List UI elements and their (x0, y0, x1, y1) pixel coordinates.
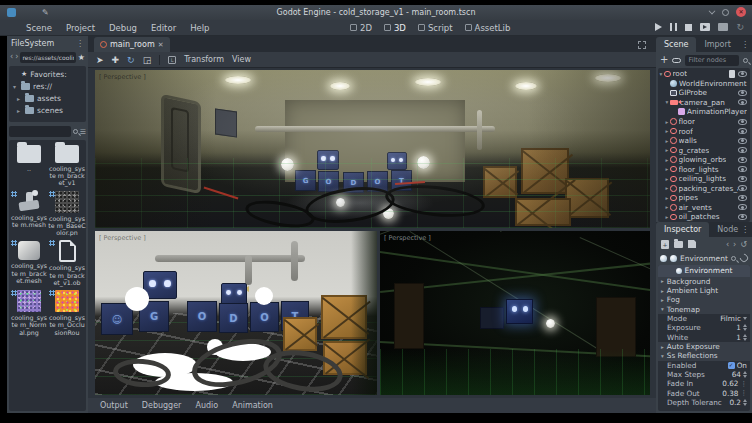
tab-scene[interactable]: Scene (656, 37, 696, 52)
distraction-free-icon[interactable] (638, 41, 646, 49)
exposure-spinbox[interactable]: 1 (736, 323, 750, 332)
mode-assetlib-button[interactable]: AssetLib (465, 23, 511, 33)
menu-help[interactable]: Help (190, 23, 209, 33)
animation-button[interactable]: Animation (232, 401, 273, 410)
view-menu[interactable]: View (232, 55, 251, 64)
tab-inspector[interactable]: Inspector (656, 222, 709, 237)
tree-node[interactable]: ▸ceiling_lights (658, 174, 750, 184)
tree-node[interactable]: ▸packing_crates_and_ (658, 184, 750, 194)
tree-node[interactable]: ▸roof (658, 126, 750, 136)
slider-grabber-icon[interactable]: ⋮ (741, 380, 748, 388)
white-spinbox[interactable]: 1 (736, 333, 750, 342)
section-auto-exposure[interactable]: ▸Auto Exposure (658, 342, 750, 351)
new-resource-icon[interactable]: + (661, 240, 669, 249)
visibility-eye-icon[interactable] (738, 204, 747, 210)
file-item-texture[interactable]: cooling_syste m_BaseColor.pn (48, 190, 86, 237)
stop-icon[interactable] (685, 24, 692, 31)
save-resource-icon[interactable] (688, 240, 696, 248)
script-icon[interactable] (729, 70, 735, 78)
rotate-tool-icon[interactable]: ↻ (127, 54, 135, 66)
output-button[interactable]: Output (100, 401, 128, 410)
visibility-eye-icon[interactable] (738, 176, 747, 182)
visibility-eye-icon[interactable] (738, 119, 747, 125)
close-button[interactable]: ✕ (736, 7, 746, 17)
tab-main-room[interactable]: main_room ✕ (94, 37, 170, 52)
tree-node[interactable]: ▸walls (658, 136, 750, 146)
visibility-eye-icon[interactable] (738, 214, 747, 220)
file-search-input[interactable] (9, 126, 71, 137)
fade-out-slider[interactable]: 0.38⋮ (722, 389, 750, 398)
history-back-icon[interactable]: ‹ (726, 240, 729, 249)
tree-node[interactable]: ▸floor (658, 117, 750, 127)
tree-item-res[interactable]: ▾res:// (9, 80, 86, 92)
mode-script-button[interactable]: Script (418, 23, 453, 33)
minimize-button[interactable] (709, 8, 716, 15)
visibility-eye-icon[interactable] (738, 195, 747, 201)
file-item-texture[interactable]: cooling_syste m_OcclusionRou (48, 289, 86, 336)
search-icon[interactable] (73, 129, 78, 134)
transform-menu[interactable]: Transform (184, 55, 224, 64)
tree-node[interactable]: ▸floor_lights (658, 164, 750, 174)
section-ss-reflections[interactable]: ▾Ss Reflections (658, 351, 750, 360)
tree-node[interactable]: ▸g_crates (658, 145, 750, 155)
visibility-eye-icon[interactable] (738, 157, 747, 163)
file-item-mesh[interactable]: cooling_syste m_bracket.mesh (10, 239, 48, 286)
load-resource-icon[interactable] (674, 241, 683, 248)
filter-properties-icon[interactable] (731, 256, 736, 261)
spin-arrows-icon[interactable] (743, 334, 747, 341)
tree-node[interactable]: GIProbe (658, 88, 750, 98)
instance-scene-icon[interactable] (672, 58, 681, 63)
audio-button[interactable]: Audio (195, 401, 218, 410)
file-item-obj[interactable]: cooling_syste m_bracket_v1.ob (48, 239, 86, 286)
spin-arrows-icon[interactable] (743, 371, 747, 378)
history-icon[interactable]: ↺ (740, 240, 747, 249)
tree-node[interactable]: WorldEnvironment (658, 79, 750, 89)
spin-arrows-icon[interactable] (743, 324, 747, 331)
debugger-button[interactable]: Debugger (142, 401, 182, 410)
max-steps-spinbox[interactable]: 64 (732, 370, 750, 379)
menu-scene[interactable]: Scene (26, 23, 52, 33)
file-item-mesh[interactable]: cooling_syste m.mesh (10, 190, 48, 237)
enabled-checkbox[interactable]: ✓On (728, 361, 750, 370)
favorite-star-icon[interactable]: ★ (78, 53, 85, 62)
tree-node[interactable]: ▸pipes (658, 193, 750, 203)
spin-arrows-icon[interactable] (743, 399, 747, 406)
path-input[interactable] (20, 52, 75, 63)
viewport-perspective-main[interactable]: G O D O T (95, 70, 650, 228)
visibility-eye-icon[interactable] (738, 99, 747, 105)
add-node-button[interactable]: + (660, 55, 668, 65)
titlebar[interactable]: ✎ Godot Engine - cold_storage_v1 - main_… (0, 5, 752, 20)
file-item-texture[interactable]: cooling_syste m_Normal.png (10, 289, 48, 336)
tree-node-root[interactable]: ▾root (658, 69, 750, 79)
play-scene-icon[interactable] (700, 23, 710, 31)
nav-back-button[interactable]: ‹ (10, 52, 13, 62)
maximize-button[interactable] (722, 9, 729, 16)
visibility-eye-icon[interactable] (738, 166, 747, 172)
select-tool-icon[interactable]: ➤ (96, 54, 104, 66)
tab-import[interactable]: Import (696, 37, 739, 52)
visibility-eye-icon[interactable] (738, 128, 747, 134)
section-fog[interactable]: ▸Fog (658, 295, 750, 304)
tree-node[interactable]: AnimationPlayer (658, 107, 750, 117)
menu-debug[interactable]: Debug (109, 23, 137, 33)
filter-nodes-input[interactable] (685, 55, 739, 66)
visibility-eye-icon[interactable] (738, 71, 747, 77)
fade-in-slider[interactable]: 0.62⋮ (722, 379, 750, 388)
depth-tolerance-spinbox[interactable]: 0.2 (729, 398, 750, 407)
mode-dropdown[interactable]: Filmic (720, 314, 750, 323)
visibility-eye-icon[interactable] (738, 90, 747, 96)
viewport-perspective-dark[interactable]: [ Perspective ] (380, 231, 650, 395)
pause-icon[interactable] (670, 23, 677, 31)
mode-2d-button[interactable]: 2D (350, 23, 372, 33)
menu-project[interactable]: Project (66, 23, 95, 33)
tree-item-scenes[interactable]: ▸scenes (9, 104, 86, 116)
dock-menu-icon[interactable]: ⋮ (741, 225, 749, 234)
section-tonemap[interactable]: ▾Tonemap (658, 305, 750, 314)
tree-node[interactable]: ▸glowing_orbs (658, 155, 750, 165)
filesystem-menu-icon[interactable]: ⋮ (76, 39, 84, 48)
file-item-folder[interactable]: cooling_syste m_bracket_v1 (48, 142, 86, 187)
inspector-tools-icon[interactable] (738, 252, 749, 263)
visibility-eye-icon[interactable] (738, 147, 747, 153)
local-space-icon[interactable]: L (168, 56, 176, 64)
tree-item-assets[interactable]: ▸assets (9, 92, 86, 104)
